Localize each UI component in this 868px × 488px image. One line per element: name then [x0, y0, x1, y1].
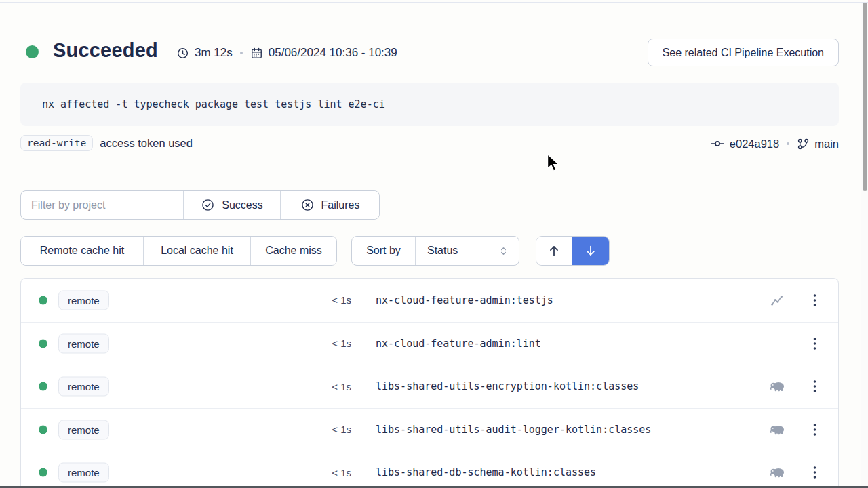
success-filter-button[interactable]: Success	[184, 191, 281, 219]
branch-name: main	[814, 138, 839, 150]
success-filter-label: Success	[222, 199, 262, 211]
row-menu-button[interactable]	[808, 380, 821, 393]
task-status-dot	[39, 339, 47, 348]
access-token-row: read-write access token used	[20, 135, 193, 151]
filter-bar: Success Failures	[20, 190, 380, 220]
failures-filter-button[interactable]: Failures	[281, 191, 379, 219]
mouse-cursor	[545, 153, 561, 173]
cache-source-badge: remote	[58, 377, 109, 396]
chart-icon	[769, 293, 785, 308]
task-name: libs-shared-db-schema-kotlin:classes	[376, 466, 596, 479]
run-duration: 3m 12s	[195, 46, 233, 60]
command-text: nx affected -t typecheck package test te…	[42, 98, 385, 110]
row-menu-button[interactable]	[808, 337, 821, 350]
task-duration: < 1s	[292, 467, 351, 479]
task-name: nx-cloud-feature-admin:testjs	[376, 294, 553, 306]
task-duration: < 1s	[292, 294, 351, 306]
task-row[interactable]: remote < 1s nx-cloud-feature-admin:testj…	[21, 279, 838, 322]
task-row[interactable]: remote < 1s libs-shared-db-schema-kotlin…	[21, 451, 838, 488]
arrow-up-icon	[547, 243, 561, 258]
see-related-pipeline-button[interactable]: See related CI Pipeline Execution	[648, 39, 839, 66]
cache-source-badge: remote	[58, 333, 109, 353]
cache-source-badge: remote	[58, 463, 109, 483]
sort-field-select[interactable]: Status	[416, 237, 519, 265]
status-dot	[26, 45, 39, 58]
run-date-range: 05/06/2024 10:36 - 10:39	[269, 46, 397, 60]
vcs-info: e024a918 main	[710, 136, 839, 151]
top-divider	[0, 2, 868, 3]
task-row[interactable]: remote < 1s libs-shared-utils-audit-logg…	[21, 408, 838, 451]
calendar-icon	[250, 47, 263, 60]
cache-miss-button[interactable]: Cache miss	[250, 237, 336, 265]
command-block: nx affected -t typecheck package test te…	[20, 83, 839, 126]
row-menu-button[interactable]	[808, 293, 821, 307]
access-token-badge: read-write	[20, 135, 93, 151]
task-status-dot	[39, 468, 47, 477]
separator-dot	[787, 142, 789, 145]
git-branch-icon	[797, 138, 810, 150]
local-cache-hit-button[interactable]: Local cache hit	[143, 237, 250, 265]
run-details-page: Succeeded 3m 12s 05/06/2024 10:36 - 10:3…	[0, 0, 868, 488]
gradle-elephant-icon	[769, 467, 785, 478]
gradle-elephant-icon	[769, 424, 785, 435]
sort-direction-group	[536, 236, 610, 266]
scrollbar-thumb[interactable]	[863, 3, 867, 191]
task-status-dot	[39, 296, 47, 304]
task-row[interactable]: remote < 1s nx-cloud-feature-admin:lint	[21, 322, 838, 365]
task-row[interactable]: remote < 1s libs-shared-utils-encryption…	[21, 365, 838, 408]
sort-group: Sort by Status	[351, 236, 519, 266]
commit-link[interactable]: e024a918	[710, 136, 779, 151]
check-circle-icon	[201, 198, 215, 212]
sort-ascending-button[interactable]	[536, 237, 572, 265]
row-menu-button[interactable]	[808, 423, 821, 436]
arrow-down-icon	[583, 243, 598, 258]
project-filter-input[interactable]	[21, 199, 183, 211]
run-meta: 3m 12s 05/06/2024 10:36 - 10:39	[176, 46, 397, 60]
task-duration: < 1s	[292, 338, 351, 349]
cache-source-badge: remote	[58, 290, 109, 310]
sort-field-value: Status	[427, 245, 458, 257]
gradle-elephant-icon	[769, 381, 785, 392]
task-status-dot	[39, 382, 47, 391]
sort-descending-button[interactable]	[572, 237, 609, 265]
task-status-dot	[39, 425, 47, 434]
task-duration: < 1s	[292, 424, 351, 435]
clock-icon	[176, 47, 189, 60]
remote-cache-hit-button[interactable]: Remote cache hit	[21, 237, 143, 265]
cache-filter-group: Remote cache hit Local cache hit Cache m…	[20, 236, 337, 266]
project-filter-wrap	[21, 191, 184, 219]
task-name: nx-cloud-feature-admin:lint	[376, 338, 541, 350]
commit-icon	[710, 136, 725, 151]
access-token-label: access token used	[100, 137, 193, 150]
sort-by-label: Sort by	[352, 237, 416, 265]
branch-link[interactable]: main	[797, 138, 839, 150]
row-menu-button[interactable]	[808, 466, 821, 479]
x-circle-icon	[300, 198, 315, 212]
page-title: Succeeded	[53, 39, 158, 62]
task-name: libs-shared-utils-audit-logger-kotlin:cl…	[376, 424, 651, 436]
separator-dot	[240, 52, 243, 54]
vertical-scrollbar[interactable]	[861, 3, 868, 486]
commit-hash: e024a918	[730, 138, 779, 150]
failures-filter-label: Failures	[321, 199, 360, 211]
chevron-up-down-icon	[498, 245, 509, 257]
task-name: libs-shared-utils-encryption-kotlin:clas…	[376, 380, 639, 392]
task-list: remote < 1s nx-cloud-feature-admin:testj…	[20, 278, 839, 488]
task-duration: < 1s	[292, 381, 351, 392]
cache-source-badge: remote	[58, 420, 109, 439]
